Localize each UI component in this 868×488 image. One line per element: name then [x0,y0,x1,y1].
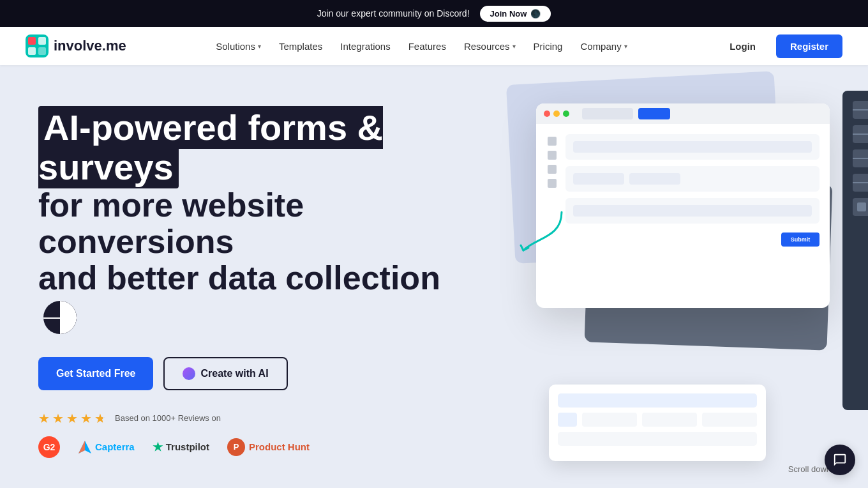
nav-templates[interactable]: Templates [279,41,322,52]
create-with-ai-button[interactable]: Create with AI [163,357,287,390]
review-logos: G2 Capterra ★ Trustpilot [38,436,474,458]
sidebar-icon-1 [548,137,557,146]
top-banner: Join our expert community on Discord! Jo… [0,0,868,27]
producthunt-icon: P [227,438,245,456]
capterra-logo: Capterra [78,440,135,454]
star-3: ★ [66,411,78,426]
mockup-input-1 [573,141,812,153]
svg-marker-6 [79,441,85,454]
get-started-button[interactable]: Get Started Free [38,357,153,390]
star-5-half: ★ [94,411,106,426]
mockup-input-3 [629,173,680,185]
mockup-topbar [536,103,830,124]
chat-bubble[interactable] [825,445,855,475]
chevron-down-icon: ▾ [513,43,516,50]
globe-icon [43,301,77,334]
nav-pricing[interactable]: Pricing [534,41,563,52]
logo-link[interactable]: involve.me [26,34,126,57]
ai-icon [183,367,195,380]
scroll-down-label: Scroll down [788,464,831,474]
rating-text: Based on 1000+ Reviews on [115,413,221,423]
logo-text: involve.me [54,38,126,54]
g2-icon: G2 [38,436,60,458]
window-dot-yellow [553,111,560,117]
bottom-row-1 [558,393,757,408]
banner-cta[interactable]: Join Now 🌑 [480,6,551,22]
capterra-icon [78,440,92,454]
sidebar-icon-2 [548,151,557,160]
trustpilot-text: Trustpilot [166,441,209,452]
hero-buttons: Get Started Free Create with AI [38,357,474,390]
nav-solutions[interactable]: Solutions ▾ [216,41,261,52]
svg-rect-3 [28,47,36,55]
login-button[interactable]: Login [717,36,768,57]
panel-icon-4 [853,174,868,192]
panel-icon-2 [853,125,868,143]
mockup-right-panel [842,91,868,410]
nav-integrations[interactable]: Integrations [340,41,390,52]
window-dot-green [563,111,569,117]
g2-logo: G2 [38,436,60,458]
mockup-form-row-3 [565,198,819,224]
panel-icon-1 [853,101,868,119]
mockup-main-card: Submit [536,103,830,308]
navigation: involve.me Solutions ▾ Templates Integra… [0,27,868,65]
trustpilot-star-icon: ★ [153,440,163,454]
producthunt-text: Product Hunt [249,441,310,452]
svg-rect-1 [28,37,36,45]
hero-title-highlight: AI-powered forms & surveys [38,106,383,188]
svg-rect-4 [38,47,46,55]
nav-features[interactable]: Features [408,41,446,52]
sidebar-icon-3 [548,165,557,174]
panel-icon-3 [853,149,868,167]
hero-content: AI-powered forms & surveys for more webs… [38,108,474,457]
banner-cta-label: Join Now [490,9,527,19]
star-2: ★ [52,411,64,426]
chevron-down-icon: ▾ [624,43,627,50]
banner-text: Join our expert community on Discord! [317,8,470,19]
star-4: ★ [80,411,92,426]
nav-resources[interactable]: Resources ▾ [464,41,516,52]
star-rating: ★ ★ ★ ★ ★ [38,411,106,426]
mockup-input-4 [573,205,812,217]
bottom-row-3 [558,432,757,446]
star-1: ★ [38,411,50,426]
nav-company[interactable]: Company ▾ [580,41,627,52]
ui-mockup: Submit [498,78,868,474]
panel-icon-5 [853,198,868,216]
mockup-form-row-1 [565,134,819,160]
mockup-body: Submit [536,124,830,257]
hero-title-line2: for more website conversions [38,187,474,260]
mockup-input-2 [573,173,624,185]
mockup-form-row-2 [565,166,819,192]
hero-title: AI-powered forms & surveys for more webs… [38,108,474,333]
hero-title-line3: and better data collection [38,260,474,333]
mockup-submit-btn: Submit [781,233,819,247]
logo-icon [26,34,49,57]
mockup-content: Submit [565,134,819,247]
banner-cta-emoji: 🌑 [530,9,541,19]
arrow-decoration [517,206,568,257]
chevron-down-icon: ▾ [258,43,261,50]
svg-rect-2 [38,37,46,45]
nav-links: Solutions ▾ Templates Integrations Featu… [216,41,627,52]
hero-illustration: Submit [498,78,868,474]
nav-actions: Login Register [717,34,842,58]
mockup-bottom-card [549,385,766,461]
sidebar-icon-4 [548,179,557,188]
register-button[interactable]: Register [776,34,842,58]
rating-section: ★ ★ ★ ★ ★ Based on 1000+ Reviews on G2 [38,411,474,458]
window-dot-red [544,111,550,117]
producthunt-logo: P Product Hunt [227,438,310,456]
trustpilot-logo: ★ Trustpilot [153,440,209,454]
hero-section: AI-powered forms & surveys for more webs… [0,65,868,488]
capterra-text: Capterra [95,441,135,452]
